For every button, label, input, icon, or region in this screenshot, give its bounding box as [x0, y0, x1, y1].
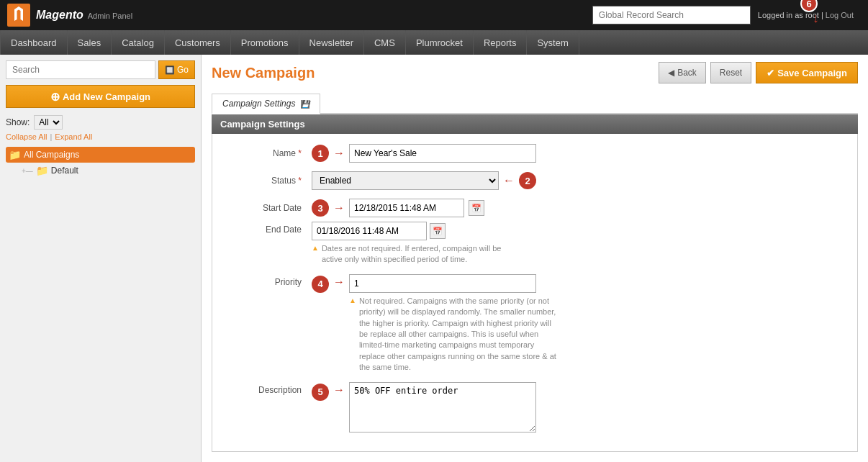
name-field-wrap: 1 → — [312, 144, 536, 163]
tree-item-default[interactable]: +— 📁 Default — [19, 163, 195, 178]
annotation-badge-3: 3 — [312, 199, 329, 217]
logout-link[interactable]: Log Out — [826, 11, 854, 19]
annotation-arrow-2-left: ← — [503, 174, 515, 187]
name-input[interactable] — [349, 144, 536, 163]
header-user-text: Logged in as root | Log Out — [758, 11, 854, 19]
collapse-all-link[interactable]: Collapse All — [6, 132, 47, 141]
dates-hint-text: Dates are not required. If entered, comp… — [322, 243, 523, 266]
header-right: Logged in as root | Log Out 6 ↓ — [592, 6, 861, 24]
section-header: Campaign Settings — [212, 114, 858, 134]
annotation-arrow-6: ↓ — [813, 11, 819, 26]
name-label: Name * — [221, 148, 307, 158]
end-date-wrap: 📅 — [312, 222, 523, 240]
tree-item-label: All Campaigns — [24, 150, 79, 160]
start-date-wrap: 3 → 📅 — [312, 199, 484, 217]
annotation-badge-2: 2 — [519, 172, 536, 189]
page-title: New Campaign — [212, 65, 315, 81]
search-bar: 🔲 Go — [6, 60, 195, 79]
dates-hint-icon: ▲ — [312, 243, 319, 252]
description-wrap: 5 → 50% OFF entire order — [312, 382, 536, 432]
end-date-calendar-button[interactable]: 📅 — [430, 223, 446, 239]
nav-item-sales[interactable]: Sales — [68, 30, 112, 55]
annotation-arrow-5: → — [333, 384, 345, 397]
description-textarea[interactable]: 50% OFF entire order — [349, 382, 536, 432]
global-search-input[interactable] — [592, 6, 751, 24]
start-date-input[interactable] — [349, 199, 464, 217]
header: Magento Admin Panel Logged in as root | … — [0, 0, 868, 30]
save-campaign-button[interactable]: ✔ Save Campaign — [756, 62, 858, 83]
collapse-expand-row: Collapse All | Expand All — [6, 132, 195, 141]
show-row: Show: All — [6, 115, 195, 130]
logo-sub: Admin Panel — [88, 12, 132, 20]
reset-button[interactable]: Reset — [710, 62, 751, 83]
tree-expand-icon: +— — [22, 167, 33, 175]
nav-item-newsletter[interactable]: Newsletter — [299, 30, 364, 55]
priority-label: Priority — [221, 274, 307, 287]
end-date-group: 📅 ▲ Dates are not required. If entered, … — [312, 222, 523, 266]
add-new-campaign-button[interactable]: ⊕ Add New Campaign — [6, 85, 195, 108]
end-date-input[interactable] — [312, 222, 427, 240]
main-nav: Dashboard Sales Catalog Customers Promot… — [0, 30, 868, 55]
logo-text: Magento — [36, 9, 83, 22]
nav-item-reports[interactable]: Reports — [474, 30, 528, 55]
nav-item-customers[interactable]: Customers — [165, 30, 231, 55]
tab-save-icon: 💾 — [301, 100, 309, 109]
annotation-arrow-4: → — [333, 276, 345, 289]
tab-bar: Campaign Settings 💾 — [212, 92, 858, 114]
form-row-end-date: End Date 📅 ▲ Dates are not required. If … — [221, 222, 849, 266]
nav-item-cms[interactable]: CMS — [364, 30, 406, 55]
folder-icon-all: 📁 — [9, 149, 21, 160]
description-label: Description — [221, 382, 307, 395]
priority-wrap: 4 → ▲ Not required. Campaigns with the s… — [312, 274, 561, 373]
logo-area: Magento Admin Panel — [7, 4, 132, 27]
status-select[interactable]: Enabled Disabled — [312, 171, 499, 190]
start-date-calendar-button[interactable]: 📅 — [469, 200, 484, 216]
annotation-badge-4: 4 — [312, 276, 329, 293]
tab-campaign-settings[interactable]: Campaign Settings 💾 — [212, 94, 320, 114]
show-label: Show: — [6, 117, 30, 127]
page-actions: ◀ Back Reset ✔ Save Campaign — [659, 62, 858, 83]
section-body: Name * 1 → Status * Enabled Disabled — [212, 134, 858, 452]
form-row-name: Name * 1 → — [221, 144, 849, 163]
expand-all-link[interactable]: Expand All — [55, 132, 92, 141]
annotation-arrow-3: → — [333, 201, 345, 214]
page-header: New Campaign ◀ Back Reset ✔ Save Campaig… — [212, 62, 858, 83]
priority-hint-icon: ▲ — [349, 296, 356, 304]
tree-item-default-label: Default — [51, 166, 78, 176]
priority-field-group: ▲ Not required. Campaigns with the same … — [349, 274, 561, 373]
annotation-arrow-1: → — [333, 147, 345, 160]
back-button[interactable]: ◀ Back — [659, 62, 706, 83]
main-content: New Campaign ◀ Back Reset ✔ Save Campaig… — [202, 55, 868, 462]
layout: 🔲 Go ⊕ Add New Campaign Show: All Collap… — [0, 55, 868, 462]
go-button[interactable]: 🔲 Go — [158, 60, 195, 79]
folder-icon-default: 📁 — [36, 165, 48, 176]
nav-item-promotions[interactable]: Promotions — [231, 30, 299, 55]
end-date-label: End Date — [221, 222, 307, 235]
status-label: Status * — [221, 176, 307, 186]
nav-item-plumrocket[interactable]: Plumrocket — [406, 30, 474, 55]
tree-sub: +— 📁 Default — [6, 163, 195, 178]
priority-input[interactable] — [349, 274, 536, 293]
annotation-badge-5: 5 — [312, 384, 329, 401]
annotation-badge-1: 1 — [312, 145, 329, 162]
form-row-priority: Priority 4 → ▲ Not required. Campaigns w… — [221, 274, 849, 373]
nav-item-catalog[interactable]: Catalog — [112, 30, 165, 55]
search-input[interactable] — [6, 60, 155, 79]
nav-item-dashboard[interactable]: Dashboard — [0, 30, 68, 55]
start-date-label: Start Date — [221, 203, 307, 213]
form-row-description: Description 5 → 50% OFF entire order — [221, 382, 849, 432]
tree-item-all-campaigns[interactable]: 📁 All Campaigns — [6, 147, 195, 163]
dates-hint-wrap: ▲ Dates are not required. If entered, co… — [312, 243, 523, 266]
priority-hint-text: Not required. Campaigns with the same pr… — [359, 296, 561, 373]
nav-item-system[interactable]: System — [527, 30, 579, 55]
sidebar: 🔲 Go ⊕ Add New Campaign Show: All Collap… — [0, 55, 202, 462]
priority-hint-wrap: ▲ Not required. Campaigns with the same … — [349, 296, 561, 373]
form-row-start-date: Start Date 3 → 📅 — [221, 199, 849, 217]
magento-logo-icon — [7, 4, 30, 27]
form-row-status: Status * Enabled Disabled ← 2 — [221, 171, 849, 190]
show-select[interactable]: All — [34, 115, 63, 130]
